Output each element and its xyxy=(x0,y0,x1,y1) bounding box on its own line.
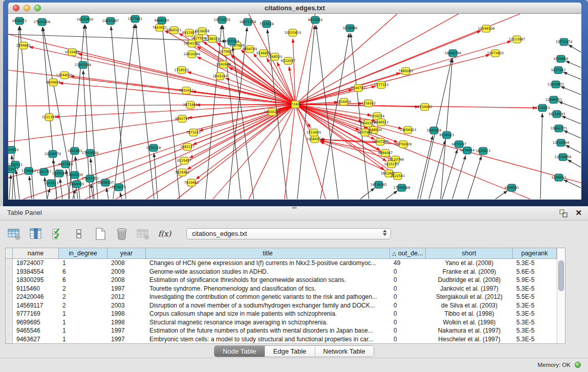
tab-edge-table[interactable]: Edge Table xyxy=(265,346,315,357)
row-gutter[interactable] xyxy=(6,259,13,268)
cell-title[interactable]: Disruption of a novel member of a sodium… xyxy=(146,301,390,310)
cell-year[interactable]: 1997 xyxy=(107,335,146,344)
row-height-button[interactable] xyxy=(72,227,85,240)
cell-year[interactable]: 1997 xyxy=(107,285,146,293)
cell-out_de[interactable]: 0 xyxy=(390,285,426,293)
cell-out_de[interactable]: 0 xyxy=(390,326,426,335)
vertical-scrollbar[interactable] xyxy=(557,248,565,343)
cell-in_degree[interactable]: 1 xyxy=(59,326,107,335)
cell-in_degree[interactable]: 1 xyxy=(59,259,107,268)
network-window-titlebar[interactable]: citations_edges.txt xyxy=(8,3,581,14)
cell-pagerank[interactable]: 5.3E-5 xyxy=(513,335,557,344)
create-column-button[interactable] xyxy=(93,227,107,240)
column-header-pagerank[interactable]: pagerank xyxy=(513,248,557,259)
cell-out_de[interactable]: 0 xyxy=(390,310,426,318)
tab-node-table[interactable]: Node Table xyxy=(214,346,265,357)
row-gutter[interactable] xyxy=(6,335,13,344)
cell-short[interactable]: de Silva et al. (2003) xyxy=(426,301,513,310)
column-header-in_degree[interactable]: in_degree xyxy=(59,248,107,259)
cell-pagerank[interactable]: 5.9E-5 xyxy=(513,276,557,285)
cell-short[interactable]: Franke et al. (2009) xyxy=(426,268,513,276)
cell-name[interactable]: 14569117 xyxy=(13,301,59,310)
cell-out_de[interactable]: 0 xyxy=(390,335,426,344)
cell-pagerank[interactable]: 5.3E-5 xyxy=(513,301,557,310)
row-gutter[interactable] xyxy=(6,326,13,335)
column-header-out_de[interactable]: △out_de... xyxy=(390,248,426,259)
cell-title[interactable]: Changes of HCN gene expression and I(f) … xyxy=(146,259,390,268)
cell-year[interactable]: 1997 xyxy=(107,326,146,335)
column-header-name[interactable]: name xyxy=(13,248,59,259)
cell-year[interactable]: 2008 xyxy=(107,276,146,285)
cell-out_de[interactable]: 0 xyxy=(390,276,426,285)
function-builder-button[interactable]: f(x) xyxy=(158,227,171,240)
float-panel-icon[interactable] xyxy=(559,209,568,217)
cell-title[interactable]: Investigating the contribution of common… xyxy=(146,293,390,301)
cell-name[interactable]: 9699695 xyxy=(13,318,59,327)
cell-short[interactable]: Wolkin et al. (1998) xyxy=(426,318,513,327)
cell-pagerank[interactable]: 5.3E-5 xyxy=(513,285,557,293)
cell-title[interactable]: Corpus callosum shape and size in male p… xyxy=(146,310,390,318)
cell-name[interactable]: 22420046 xyxy=(13,293,59,301)
delete-table-button[interactable] xyxy=(136,227,150,240)
column-header-short[interactable]: short xyxy=(426,248,513,259)
cell-short[interactable]: Hescheler et al. (1997) xyxy=(426,335,513,344)
scrollbar-thumb[interactable] xyxy=(558,260,564,291)
row-gutter[interactable] xyxy=(6,293,13,301)
row-gutter[interactable] xyxy=(6,318,13,327)
cell-title[interactable]: Genome-wide association studies in ADHD. xyxy=(146,268,390,276)
cell-year[interactable]: 2009 xyxy=(107,268,146,276)
cell-pagerank[interactable]: 5.3E-5 xyxy=(513,318,557,327)
cell-name[interactable]: 9465546 xyxy=(13,326,59,335)
cell-out_de[interactable]: 0 xyxy=(390,268,426,276)
network-canvas[interactable]: 1872400718300295896012389129558226058982… xyxy=(8,14,581,200)
cell-pagerank[interactable]: 5.3E-5 xyxy=(513,326,557,335)
delete-column-button[interactable] xyxy=(115,227,128,240)
cell-short[interactable]: Yano et al. (2008) xyxy=(426,259,513,268)
cell-year[interactable]: 2008 xyxy=(107,259,146,268)
cell-out_de[interactable]: 0 xyxy=(390,301,426,310)
cell-name[interactable]: 9463627 xyxy=(13,335,59,344)
cell-short[interactable]: Stergiakouli et al. (2012) xyxy=(426,293,513,301)
cell-year[interactable]: 1998 xyxy=(107,310,146,318)
cell-in_degree[interactable]: 2 xyxy=(59,285,107,293)
table-chooser-dropdown[interactable]: citations_edges.txt xyxy=(186,228,391,239)
column-header-year[interactable]: year xyxy=(107,248,146,259)
cell-short[interactable]: Jankovic et al. (1997) xyxy=(426,285,513,293)
cell-in_degree[interactable]: 1 xyxy=(59,318,107,327)
select-columns-button[interactable] xyxy=(50,227,64,240)
cell-pagerank[interactable]: 5.3E-5 xyxy=(513,259,557,268)
row-gutter[interactable] xyxy=(6,276,13,285)
tab-network-table[interactable]: Network Table xyxy=(315,346,374,357)
cell-short[interactable]: Dudbridge et al. (2008) xyxy=(426,276,513,285)
cell-title[interactable]: Estimation of the future numbers of pati… xyxy=(146,326,390,335)
row-gutter[interactable] xyxy=(6,301,13,310)
cell-name[interactable]: 18300295 xyxy=(13,276,59,285)
cell-pagerank[interactable]: 5.6E-5 xyxy=(513,268,557,276)
cell-short[interactable]: Tibbo et al. (1998) xyxy=(426,310,513,318)
row-gutter[interactable] xyxy=(6,310,13,318)
cell-name[interactable]: 9115460 xyxy=(13,285,59,293)
show-columns-button[interactable] xyxy=(29,227,42,240)
cell-title[interactable]: Estimation of significance thresholds fo… xyxy=(146,276,390,285)
cell-year[interactable]: 2003 xyxy=(107,301,146,310)
cell-in_degree[interactable]: 2 xyxy=(59,293,107,301)
cell-name[interactable]: 9777169 xyxy=(13,310,59,318)
row-gutter[interactable] xyxy=(6,268,13,276)
row-gutter[interactable] xyxy=(6,285,13,293)
cell-out_de[interactable]: 0 xyxy=(390,293,426,301)
splitter-grip[interactable] xyxy=(292,207,297,209)
cell-title[interactable]: Embryonic stem cells: a model to study s… xyxy=(146,335,390,344)
cell-title[interactable]: Tourette syndrome. Phenomenology and cla… xyxy=(146,285,390,293)
table-mode-button[interactable] xyxy=(7,227,21,240)
memory-ok-indicator[interactable] xyxy=(575,362,581,368)
cell-name[interactable]: 19384554 xyxy=(13,268,59,276)
cell-in_degree[interactable]: 6 xyxy=(59,268,107,276)
cell-title[interactable]: Structural magnetic resonance image aver… xyxy=(146,318,390,327)
cell-in_degree[interactable]: 1 xyxy=(59,335,107,344)
cell-out_de[interactable]: 49 xyxy=(390,259,426,268)
cell-pagerank[interactable]: 5.3E-5 xyxy=(513,310,557,318)
cell-short[interactable]: Nakamura et al. (1997) xyxy=(426,326,513,335)
cell-year[interactable]: 2012 xyxy=(107,293,146,301)
cell-in_degree[interactable]: 2 xyxy=(59,301,107,310)
close-panel-icon[interactable]: ✕ xyxy=(575,208,582,217)
